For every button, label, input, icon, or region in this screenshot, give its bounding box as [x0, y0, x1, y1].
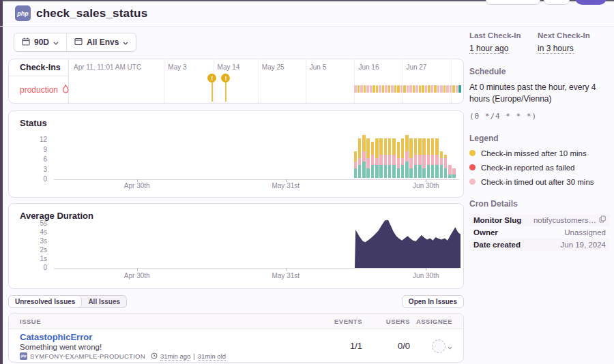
legend-item-failed: Check-in reported as failed — [469, 164, 610, 172]
status-bar — [422, 138, 426, 178]
incident-dot-icon: ! — [221, 74, 230, 82]
timeline-gridline — [164, 59, 164, 103]
duration-y-tick-label: 3s — [9, 237, 47, 245]
status-bar — [392, 138, 396, 178]
duration-y-tick-label: 0 — [9, 264, 47, 271]
status-bar-segment-timed_out — [427, 155, 430, 164]
issue-row: CatastophicError Something went wrong! p… — [9, 329, 463, 363]
incident-marker[interactable]: ! — [221, 74, 230, 102]
partial-toolbar-button[interactable] — [486, 0, 540, 5]
duration-area-chart — [54, 215, 460, 268]
status-bar-segment-timed_out — [422, 155, 426, 168]
checkin-tick — [409, 85, 412, 93]
checkin-ticks-bar — [354, 85, 461, 93]
status-bar-segment-ok — [354, 168, 357, 178]
duration-y-tick-label: 4s — [9, 228, 47, 236]
status-bar-segment-ok — [379, 165, 383, 178]
schedule-heading: Schedule — [469, 67, 610, 76]
status-bar-segment-missed — [392, 138, 396, 155]
checkin-tick — [400, 85, 403, 93]
checkin-tick — [394, 85, 397, 93]
status-bar-segment-ok — [388, 165, 392, 178]
timeline-date-label: May 14 — [218, 63, 240, 71]
status-y-tick-label: 6 — [9, 155, 47, 163]
partial-toolbar-button[interactable] — [544, 0, 570, 5]
incident-stem — [225, 82, 226, 102]
copy-icon[interactable] — [599, 215, 606, 224]
status-bar-segment-ok — [397, 168, 400, 178]
status-bar-segment-ok — [414, 165, 418, 178]
status-bar-segment-timed_out — [435, 155, 439, 164]
cron-details-heading: Cron Details — [469, 199, 610, 209]
status-bar — [371, 142, 375, 178]
owner-value: Unassigned — [564, 228, 606, 237]
issue-title-link[interactable]: CatastophicError — [20, 332, 315, 342]
checkin-tick — [357, 85, 360, 93]
incident-marker[interactable]: ! — [207, 74, 216, 102]
status-bar — [452, 168, 456, 178]
status-bar-segment-ok — [444, 168, 448, 178]
status-bar-segment-ok — [448, 175, 452, 178]
partial-primary-button[interactable] — [575, 0, 606, 5]
php-project-icon: php — [20, 352, 27, 360]
status-bar-segment-ok — [371, 165, 375, 178]
checkin-tick — [422, 85, 424, 93]
tab-unresolved-issues[interactable]: Unresolved Issues — [9, 296, 82, 307]
issue-meta: php SYMFONY-EXAMPLE-PRODUCTION 31min ago… — [20, 352, 315, 361]
status-bar-segment-ok — [375, 165, 379, 178]
status-x-tick-label: May 31st — [272, 182, 299, 189]
status-bar-segment-timed_out — [379, 155, 383, 164]
status-bar-segment-missed — [375, 138, 379, 158]
checkin-tick — [440, 85, 443, 93]
checkin-tick — [456, 85, 458, 93]
open-in-issues-button[interactable]: Open In Issues — [402, 295, 464, 308]
date-range-filter[interactable]: 90D — [14, 33, 66, 51]
timeline-date-label: Jun 27 — [406, 63, 426, 71]
owner-key: Owner — [473, 228, 498, 237]
checkin-tick — [419, 85, 422, 93]
status-bar-segment-missed — [431, 138, 435, 155]
timeline-gridline — [306, 59, 306, 103]
status-bar-segment-ok — [418, 165, 422, 178]
duration-y-tick-label: 1s — [9, 255, 47, 262]
status-bar-segment-timed_out — [358, 158, 362, 165]
checkin-tick — [388, 85, 391, 93]
checkin-tick — [452, 85, 455, 93]
checkin-tick — [360, 85, 363, 93]
assignee-selector[interactable] — [410, 339, 463, 353]
status-y-tick-label: 0 — [9, 175, 47, 183]
checkin-tick — [407, 85, 409, 93]
checkin-tick — [413, 85, 415, 93]
status-bar — [444, 155, 448, 178]
checkins-panel: Check-Ins production Apr 11, 11:01 AM UT… — [8, 59, 464, 104]
status-bar-segment-missed — [397, 142, 400, 158]
environment-row-production[interactable]: production — [9, 76, 68, 103]
status-bar-segment-timed_out — [384, 155, 388, 164]
incident-dot-icon: ! — [207, 74, 216, 82]
tab-all-issues[interactable]: All Issues — [82, 296, 126, 307]
checkin-tick — [458, 85, 461, 93]
status-bar-segment-timed_out — [418, 155, 422, 164]
date-created-row: Date created Jun 19, 2024 — [469, 239, 610, 251]
legend-heading: Legend — [469, 134, 610, 143]
status-bar-segment-timed_out — [409, 158, 413, 168]
status-bar-segment-timed_out — [371, 155, 375, 164]
status-bar-segment-ok — [440, 165, 443, 178]
status-bar-segment-ok — [384, 165, 388, 178]
checkins-left-column: Check-Ins production — [9, 59, 69, 103]
checkin-tick — [443, 85, 446, 93]
status-bar — [358, 138, 362, 178]
issues-table: ISSUE EVENTS USERS ASSIGNEE CatastophicE… — [8, 313, 464, 363]
chevron-down-icon — [53, 37, 59, 47]
status-bar — [401, 138, 405, 178]
status-bar — [379, 138, 383, 178]
environment-filter[interactable]: All Envs — [67, 33, 136, 51]
legend-item-missed: Check-in missed after 10 mins — [469, 149, 610, 157]
monitor-slug-row: Monitor Slug notifycustomers… — [469, 214, 610, 226]
status-bar-segment-missed — [362, 135, 366, 151]
status-bar-segment-missed — [366, 138, 370, 158]
calendar-icon — [22, 37, 30, 48]
monitor-slug-key: Monitor Slug — [473, 216, 521, 224]
status-bar — [448, 165, 452, 178]
duration-x-tick-label: Apr 30th — [124, 272, 150, 279]
